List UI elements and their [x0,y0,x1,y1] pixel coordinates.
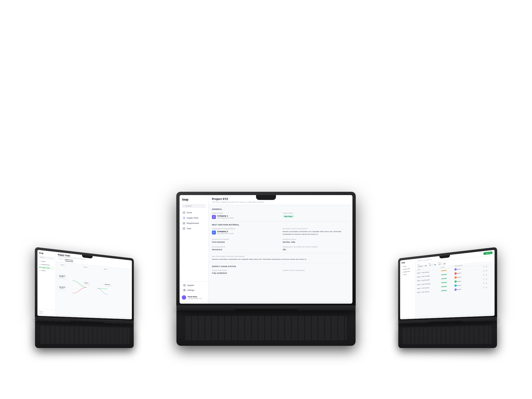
brand-avatar: B [454,276,457,279]
tab-network-view[interactable]: Network View [65,259,73,262]
project-status-field: Project Status Mint Plant [283,212,349,219]
brand-avatar: B [454,288,457,291]
recycling-value: Mechanical [212,248,278,251]
brand-avatar: B [454,272,457,275]
divider-2 [212,253,349,253]
right-keyboard-keys [403,325,492,344]
right-nav: Assets Requirements Supply Chain [400,264,415,276]
cell-brand: B Brand 6 [454,287,473,291]
project-initiator-label: Project Initiator [212,212,278,214]
th-col5 [482,262,492,264]
org-label: Organisation Providing Material [212,228,278,230]
edit-button[interactable]: ✎ [482,266,485,268]
general-grid: Project Initiator C Company 1 Raw Materi… [212,212,349,219]
center-page-subtitle: Pilot trial to validate ag-waste from In… [212,201,349,203]
home-icon: ⌂ [183,211,185,214]
edit-button[interactable]: ✎ [482,286,485,289]
user-avatar [182,295,186,300]
cell-status: In Success [440,285,454,287]
tab-list-view[interactable]: List View [58,258,63,261]
add-tool-button[interactable]: + Add Tool [483,251,493,255]
nav-dot [39,264,41,265]
cell-col4 [473,275,482,276]
left-settings[interactable]: Settings [39,312,54,314]
status-badge: In Success [440,290,447,291]
nextgen-grid: Organisation Providing Material C Compan… [212,228,349,251]
edit-button[interactable]: ✎ [482,278,485,280]
feedstock-source-label: Feedstock Source [283,238,349,240]
center-laptop: loop ⌕ Search ⌂ Home ⛓ S [177,192,355,346]
center-keyboard [177,310,355,346]
left-main: Supply Chain Give a view of every party … [56,252,132,319]
delete-button[interactable]: ⊡ [485,269,488,272]
delete-button[interactable]: ⊡ [485,273,488,276]
right-keyboard [398,321,497,348]
cell-status: In Success [440,277,454,279]
status-badge: Mint Plant [283,215,294,218]
status-badge: In Success [440,278,447,279]
org-row: C Company 2 Raw Material Provider [212,230,278,234]
cell-stage: Stage 5 – Fibre Sourcing [417,286,440,289]
nav-tests[interactable]: ✓ Tests [181,226,207,231]
node-rmp2[interactable]: Raw MaterialProvider 2 [58,285,67,290]
scene: loop Search Assets Requirements [0,0,532,399]
left-screen-content: loop Search Assets Requirements [38,250,132,319]
cell-col4 [473,284,482,284]
nav-requirements[interactable]: ≡ Requirements [181,221,207,226]
replaceable-value: Silk [283,248,349,251]
feedstock-field: Feedstock Used for Raw Material Aenean c… [283,228,349,236]
differentiator-text: Aenean consectetur consectetur non vulpu… [212,258,349,261]
sources-field: Sources of the Material Post-Industrial [212,238,278,243]
brand-avatar: B [454,268,457,271]
node-supplier[interactable]: Supplier 1 [83,281,90,285]
chain-icon: ⛓ [183,216,185,219]
test-icon: ✓ [183,227,185,230]
cell-status: In Process [440,269,454,272]
left-support[interactable]: Support [39,310,54,312]
stage-filter-select[interactable]: All [428,264,437,267]
left-bottom-nav: Support Settings [38,309,56,315]
nav-support[interactable]: ? Support [181,283,206,288]
right-header-breadcrumb: Suppliers in this supply chain [417,259,432,262]
edit-button[interactable]: ✎ [482,282,485,285]
feedstock-source-field: Feedstock Source Mumbai, India [283,238,349,243]
section-general: General [212,208,349,210]
edit-button[interactable]: ✎ [482,274,485,276]
section-nextgen: Next Gen Raw Material [212,224,349,226]
center-sidebar: loop ⌕ Search ⌂ Home ⛓ S [180,195,208,304]
center-search[interactable]: ⌕ Search [182,204,206,208]
cell-brand: B Brand 4 [454,279,473,283]
targeted-partner-label: Targeted Partner Organization [283,269,349,271]
nav-supply-chain[interactable]: ⛓ Supply Chain [181,215,207,220]
company-name: Company 1 [217,215,234,217]
feedstock-source-value: Mumbai, India [283,241,349,243]
divider-1 [212,221,349,222]
nav-settings[interactable]: ⚙ Settings [181,288,206,293]
brand-avatar: B [454,284,457,287]
cell-col4 [473,288,482,288]
replaceable-field: Replaceable Commodities by NextGen Mater… [283,246,349,251]
user-info: Olivia Rhye olivia@example.com [188,296,202,299]
delete-button[interactable]: ⊡ [485,265,488,268]
stage-filter: Stage All [428,262,437,267]
center-content: General Project Initiator C Company 1 Ra… [208,205,352,304]
edit-button[interactable]: ✎ [482,270,485,272]
divider-3 [212,263,349,263]
cell-status: In Success [440,281,454,284]
company-details: Company 1 Raw Material Provider [217,215,234,219]
delete-button[interactable]: ⊡ [485,278,488,280]
company-row: C Company 1 Raw Material Provider [212,215,278,219]
org-providing-field: Organisation Providing Material C Compan… [212,228,278,236]
cell-status: In Success [440,289,454,291]
supply-chain-status-value: Fully established [212,272,278,274]
supply-chain-status-label: Supply Chain Status [212,269,278,271]
recycling-label: Recycling Method [212,246,278,248]
center-nav: ⌂ Home ⛓ Supply Chain ≡ Requirements [180,210,208,281]
node-rmp1[interactable]: Raw MaterialProvider 1 [58,274,67,279]
delete-button[interactable]: ⊡ [485,286,488,289]
nav-home[interactable]: ⌂ Home [181,210,207,215]
center-screen-content: loop ⌕ Search ⌂ Home ⛓ S [180,195,352,304]
org-icon: C [212,231,216,234]
delete-button[interactable]: ⊡ [485,282,488,284]
right-screen-content: loop Assets Requirements [400,250,494,319]
